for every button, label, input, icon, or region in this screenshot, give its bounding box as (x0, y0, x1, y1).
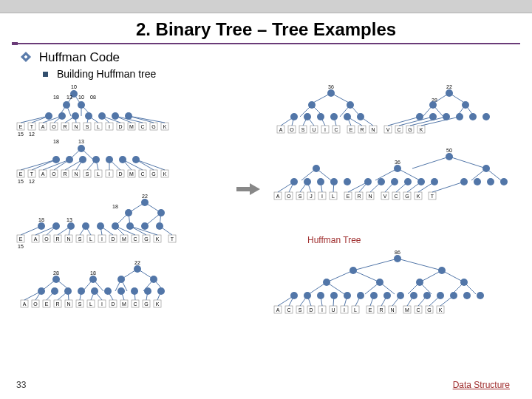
tree-stage-3: 22 18 1813 E A O R N S L I D M C G K (12, 194, 248, 259)
svg-text:10: 10 (78, 95, 84, 100)
svg-text:36: 36 (328, 84, 334, 89)
svg-text:O: O (33, 301, 38, 307)
huffman-tree-label: Huffman Tree (307, 235, 361, 245)
tree-stage-2: 13 18 E T A O R N S L I D M C G K (12, 139, 233, 191)
svg-text:S: S (299, 194, 302, 199)
svg-text:13: 13 (66, 95, 72, 100)
svg-text:D: D (118, 171, 122, 177)
svg-text:08: 08 (90, 95, 96, 100)
svg-text:R: R (360, 127, 364, 132)
svg-text:N: N (74, 171, 78, 177)
svg-line-386 (300, 182, 307, 192)
svg-text:A: A (276, 194, 280, 199)
svg-line-83 (87, 160, 96, 170)
svg-marker-254 (250, 183, 260, 195)
svg-text:18: 18 (38, 217, 44, 222)
svg-text:18: 18 (90, 270, 96, 276)
svg-text:S: S (86, 171, 89, 177)
section-heading: Huffman Code (22, 50, 510, 65)
svg-text:12: 12 (29, 132, 35, 137)
footer-text: Data Structure (453, 380, 510, 390)
svg-line-185 (160, 226, 172, 235)
svg-point-353 (474, 178, 481, 185)
svg-text:86: 86 (395, 250, 400, 255)
section-heading-text: Huffman Code (39, 50, 120, 64)
svg-line-407 (442, 270, 464, 282)
svg-text:U: U (331, 307, 335, 313)
svg-text:G: G (151, 124, 155, 129)
subheading: Building Huffman tree (22, 68, 510, 80)
svg-text:O: O (290, 127, 294, 132)
tree-stage-5: 3622 28 A O S U I C E R N V (272, 84, 516, 145)
svg-text:N: N (66, 236, 70, 242)
tree-stage-6: 50 36 A O S J I L E R N V (272, 148, 516, 223)
window-top-bar (0, 0, 532, 13)
svg-text:22: 22 (446, 84, 452, 89)
svg-text:E: E (19, 124, 23, 129)
svg-point-434 (477, 292, 484, 299)
svg-text:N: N (368, 194, 372, 199)
svg-text:18: 18 (53, 139, 59, 144)
svg-text:A: A (279, 127, 283, 132)
svg-text:V: V (386, 127, 390, 132)
svg-text:K: K (163, 124, 167, 129)
svg-text:12: 12 (29, 179, 35, 184)
svg-text:A: A (23, 301, 27, 307)
svg-text:G: G (151, 171, 155, 177)
svg-line-340 (316, 168, 331, 180)
svg-text:22: 22 (134, 260, 140, 265)
svg-point-355 (500, 178, 508, 185)
svg-line-475 (392, 296, 400, 306)
svg-line-406 (420, 270, 442, 282)
tree-stage-4: 22 2818 A O E R N S L I D M C G (12, 260, 233, 325)
svg-text:E: E (45, 301, 49, 307)
svg-text:A: A (276, 307, 280, 313)
svg-text:E: E (369, 307, 372, 313)
svg-text:C: C (397, 127, 400, 132)
svg-text:L: L (354, 307, 357, 313)
svg-line-139 (115, 213, 129, 226)
svg-text:I: I (324, 127, 326, 132)
svg-text:R: R (63, 124, 66, 129)
svg-text:10: 10 (71, 84, 77, 89)
svg-text:I: I (101, 301, 103, 307)
svg-text:T: T (171, 236, 174, 242)
svg-text:I: I (344, 307, 345, 313)
svg-line-260 (312, 93, 331, 103)
svg-text:M: M (129, 171, 134, 177)
svg-line-242 (47, 291, 55, 300)
svg-text:C: C (287, 307, 290, 313)
svg-line-330 (412, 157, 449, 168)
svg-line-391 (359, 182, 368, 192)
svg-text:O: O (52, 124, 56, 129)
svg-point-433 (463, 292, 471, 299)
svg-text:L: L (332, 194, 335, 199)
svg-line-322 (361, 117, 373, 126)
svg-point-345 (344, 178, 351, 185)
svg-line-400 (353, 259, 398, 270)
svg-line-243 (58, 291, 68, 300)
svg-line-247 (95, 291, 102, 300)
svg-line-174 (47, 226, 56, 235)
svg-text:A: A (41, 124, 45, 129)
svg-text:J: J (310, 194, 313, 199)
svg-line-467 (300, 296, 307, 306)
svg-line-77 (21, 160, 56, 170)
diagram-area: 10 1813 1008 E T A O R N S L I D M C (12, 84, 510, 380)
svg-text:G: G (427, 307, 431, 313)
svg-text:13: 13 (66, 217, 72, 222)
svg-text:G: G (405, 194, 409, 199)
svg-text:N: N (390, 307, 394, 313)
svg-text:C: C (334, 127, 338, 132)
svg-text:R: R (55, 301, 59, 307)
svg-line-477 (418, 296, 427, 306)
svg-line-405 (353, 270, 380, 282)
svg-text:50: 50 (446, 148, 452, 153)
svg-text:C: C (133, 236, 137, 242)
svg-text:R: R (63, 171, 66, 177)
svg-text:18: 18 (53, 95, 59, 100)
svg-text:K: K (163, 171, 167, 177)
svg-text:L: L (97, 124, 100, 129)
svg-text:18: 18 (112, 204, 118, 209)
svg-text:E: E (347, 194, 350, 199)
